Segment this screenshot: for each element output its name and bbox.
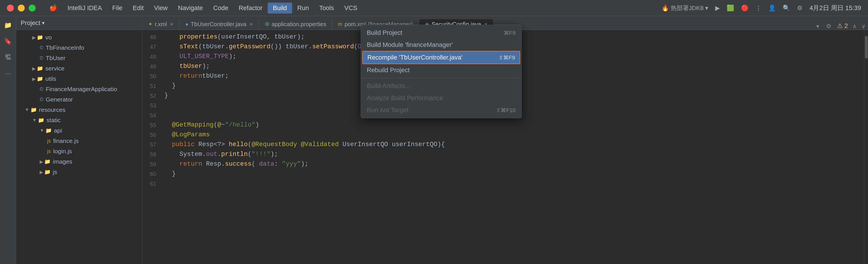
maximize-button[interactable]	[29, 5, 36, 11]
tree-item-images[interactable]: ▶ 📁 images	[16, 156, 142, 167]
tree-arrow-images: ▶	[40, 159, 43, 165]
apple-menu[interactable]: 🍎	[44, 3, 62, 13]
tree-item-service[interactable]: ▶ 📁 service	[16, 63, 142, 74]
menu-bar: 🍎 IntelliJ IDEA File Edit View Navigate …	[44, 3, 661, 13]
tree-arrow-service: ▶	[32, 66, 36, 71]
line-numbers: 46 47 48 49 50 51 52 53 54 55 56 57 58 5…	[143, 30, 160, 264]
tree-item-static[interactable]: ▼ 📁 static	[16, 115, 142, 125]
java-icon-tbuser: ©	[40, 55, 43, 61]
tree-item-tbfinanceinfo[interactable]: © TbFinanceInfo	[16, 42, 142, 53]
tree-arrow-api: ▼	[40, 128, 44, 133]
menu-item-rebuild[interactable]: Rebuild Project	[361, 64, 521, 76]
xml-icon-r: ✦	[148, 21, 153, 27]
folder-icon-vo: 📁	[37, 34, 43, 40]
java-icon-financemanager: ©	[40, 86, 43, 92]
menu-navigate[interactable]: Navigate	[173, 3, 208, 13]
tree-item-js[interactable]: ▶ 📁 js	[16, 167, 142, 177]
tab-settings-button[interactable]: ⚙	[823, 23, 835, 30]
tree-item-finance-js[interactable]: js finance.js	[16, 136, 142, 146]
tab-close-tbusercontroller[interactable]: ✕	[249, 22, 253, 27]
code-line-55: @GetMapping (@~"/hello")	[164, 120, 863, 130]
search-button[interactable]: 🔍	[783, 5, 790, 11]
tree-arrow-js: ▶	[40, 169, 43, 175]
menu-item-build-module[interactable]: Build Module 'financeManager'	[361, 39, 521, 51]
settings-button[interactable]: ⚙	[797, 5, 803, 11]
sidebar-icon-more[interactable]: ⋯	[2, 68, 14, 79]
collapse-button[interactable]: ∨	[859, 23, 868, 30]
sidebar-icon-search[interactable]: 🔖	[2, 36, 14, 47]
menu-item-run-ant: Run Ant Target ⇧⌘F10	[361, 104, 521, 116]
tab-more-button[interactable]: ▾	[813, 23, 823, 30]
menu-item-run-ant-shortcut: ⇧⌘F10	[496, 107, 516, 114]
menu-item-run-ant-label: Run Ant Target	[367, 107, 408, 114]
menu-build[interactable]: Build	[268, 3, 292, 13]
project-tree[interactable]: ▶ 📁 vo © TbFinanceInfo © TbUser ▶ 📁 serv…	[16, 30, 142, 264]
props-icon-appprops: ⚙	[265, 21, 270, 27]
project-panel: Project ▾ ▶ 📁 vo © TbFinanceInfo © TbUse…	[16, 16, 143, 264]
tree-label-tbuser: TbUser	[46, 55, 65, 62]
code-line-57: public Resp<?> hello(@RequestBody @Valid…	[164, 140, 863, 150]
project-header-arrow[interactable]: ▾	[42, 20, 44, 26]
menu-item-rebuild-label: Rebuild Project	[367, 66, 410, 74]
main-layout: 📁 🔖 🏗 ⋯ Project ▾ ▶ 📁 vo © TbFinanceInfo…	[0, 16, 868, 264]
project-title: Project	[21, 19, 40, 27]
run-button[interactable]: ▶	[715, 5, 720, 11]
sidebar-icon-structure[interactable]: 🏗	[2, 52, 14, 63]
java-icon-tbuserctrl-tab: ●	[185, 21, 188, 27]
tree-label-finance-js: finance.js	[53, 138, 79, 144]
tree-arrow-resources: ▼	[25, 107, 29, 113]
user-button[interactable]: 👤	[768, 5, 776, 11]
tree-item-financemanager[interactable]: © FinanceManagerApplicatio	[16, 84, 142, 94]
vertical-scrollbar[interactable]	[864, 30, 868, 264]
menu-refactor[interactable]: Refactor	[234, 3, 268, 13]
menu-tools[interactable]: Tools	[314, 3, 339, 13]
tree-arrow-utils: ▶	[32, 76, 36, 82]
stop-button[interactable]: 🔴	[741, 5, 748, 11]
expand-button[interactable]: ∧	[850, 23, 859, 30]
tab-close-r-xml[interactable]: ✕	[170, 22, 174, 27]
debug-button[interactable]: 🟩	[727, 5, 734, 11]
menu-file[interactable]: File	[107, 3, 127, 13]
menu-item-recompile-label: Recompile 'TbUserController.java'	[367, 54, 462, 61]
tree-item-resources[interactable]: ▼ 📁 resources	[16, 105, 142, 115]
tree-label-financemanager: FinanceManagerApplicatio	[46, 86, 117, 93]
minimize-button[interactable]	[18, 5, 25, 11]
menu-edit[interactable]: Edit	[127, 3, 149, 13]
menu-item-recompile[interactable]: Recompile 'TbUserController.java' ⇧⌘F9	[362, 51, 520, 64]
tree-item-login-js[interactable]: js login.js	[16, 146, 142, 156]
menu-run[interactable]: Run	[292, 3, 314, 13]
tree-item-api[interactable]: ▼ 📁 api	[16, 125, 142, 136]
tree-item-utils[interactable]: ▶ 📁 utils	[16, 74, 142, 84]
close-button[interactable]	[7, 5, 14, 11]
menu-item-build-project-shortcut: ⌘F9	[504, 30, 516, 36]
tab-tbusercontroller[interactable]: ● TbUserController.java ✕	[180, 19, 259, 30]
code-line-58: System.out.println("!!!");	[164, 150, 863, 159]
more-button[interactable]: ⋮	[755, 5, 762, 11]
tree-item-generator[interactable]: © Generator	[16, 94, 142, 105]
project-panel-header[interactable]: Project ▾	[16, 16, 142, 30]
tree-label-api: api	[54, 127, 62, 134]
folder-icon-resources: 📁	[30, 107, 37, 113]
menu-item-build-project-label: Build Project	[367, 29, 402, 36]
tab-r-xml[interactable]: ✦ r.xml ✕	[143, 19, 180, 30]
tree-item-tbuser[interactable]: © TbUser	[16, 53, 142, 63]
menu-item-build-project[interactable]: Build Project ⌘F9	[361, 27, 521, 39]
folder-icon-static: 📁	[38, 117, 44, 123]
tree-item-vo[interactable]: ▶ 📁 vo	[16, 32, 142, 42]
jdk-label[interactable]: 🔥 热部署JDK8 ▾	[661, 4, 708, 12]
title-bar-right: 🔥 热部署JDK8 ▾ ▶ 🟩 🔴 ⋮ 👤 🔍 ⚙ 4月2日 周日 15:39	[661, 4, 861, 12]
sidebar-icon-project[interactable]: 📁	[2, 20, 14, 31]
scrollbar-thumb[interactable]	[865, 36, 868, 59]
folder-icon-utils: 📁	[37, 76, 43, 82]
menu-item-build-artifacts-label: Build Artifacts...	[367, 82, 410, 90]
menu-code[interactable]: Code	[208, 3, 234, 13]
tab-appprops[interactable]: ⚙ application.properties	[259, 19, 332, 30]
js-icon-login: js	[47, 148, 51, 154]
code-line-61	[164, 179, 863, 189]
js-icon-finance: js	[47, 138, 51, 144]
code-line-56: @LogParams	[164, 130, 863, 140]
menu-intellij[interactable]: IntelliJ IDEA	[62, 3, 107, 13]
menu-view[interactable]: View	[149, 3, 173, 13]
menu-vcs[interactable]: VCS	[339, 3, 363, 13]
menu-item-analyze-build: Analyze Build Performance	[361, 92, 521, 104]
